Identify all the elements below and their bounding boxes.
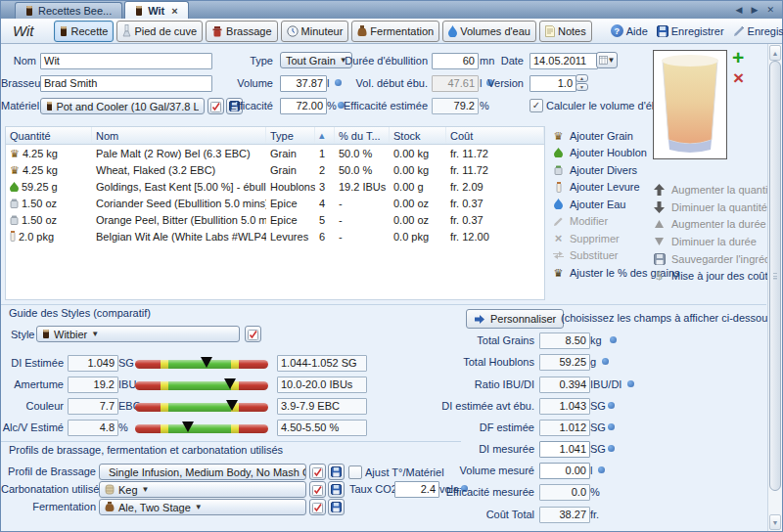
gauge-range: 1.044-1.052 SG: [277, 355, 367, 372]
type-select[interactable]: Tout Grain ▼: [280, 52, 352, 68]
page-title: Wit: [13, 22, 34, 39]
date-picker-button[interactable]: ▼: [596, 52, 618, 68]
save-icon: [657, 25, 668, 37]
clock-icon: [287, 25, 299, 37]
mise-a-jour-couts-button[interactable]: $Mise à jour des coûts: [653, 267, 782, 285]
info-dot-icon[interactable]: [610, 336, 617, 343]
personnaliser-button[interactable]: Personnaliser: [466, 309, 564, 329]
diminuer-quantite-button[interactable]: Diminuer la quantité: [653, 199, 782, 216]
ajust-materiel-checkbox[interactable]: [348, 466, 362, 479]
col-nom[interactable]: Nom: [92, 127, 266, 144]
vertical-scrollbar[interactable]: ▲ ▼: [767, 44, 782, 531]
table-row[interactable]: 1.50 oz Coriander Seed (Ebullition 5.0 m…: [6, 195, 544, 211]
efficacite-input[interactable]: 72.00: [280, 98, 327, 114]
fermentation-select[interactable]: Ale, Two Stage ▼: [99, 499, 306, 515]
table-row[interactable]: 2.0 pkg Belgian Wit Ale (White Labs #WLP…: [6, 228, 544, 244]
total-houblons-label: Total Houblons: [392, 356, 534, 368]
col-cout[interactable]: Coût: [446, 127, 544, 144]
table-row[interactable]: 59.25 g Goldings, East Kent [5.00 %] - é…: [6, 178, 544, 195]
col-quantite[interactable]: Quantité: [6, 127, 92, 144]
customize-arrow-icon: [474, 314, 485, 325]
view-brassage-button[interactable]: Brassage: [206, 21, 277, 42]
calc-volume-checkbox[interactable]: ✓: [530, 99, 543, 112]
col-pct[interactable]: % du T...: [335, 127, 390, 144]
info-dot-icon[interactable]: [608, 423, 615, 430]
ferm-save-button[interactable]: [328, 499, 345, 515]
tab-recettes[interactable]: Recettes Bee...: [15, 2, 122, 19]
nom-input[interactable]: Wit: [40, 53, 212, 69]
view-notes-button[interactable]: Notes: [539, 21, 592, 42]
ferm-check-button[interactable]: [309, 499, 326, 515]
view-recette-button[interactable]: Recette: [54, 21, 115, 42]
style-label: Style: [11, 329, 34, 340]
profil-brassage-select[interactable]: Single Infusion, Medium Body, No Mash Ou…: [99, 464, 306, 480]
col-sort-icon[interactable]: ▴: [315, 127, 335, 144]
beer-mug-icon: [135, 5, 144, 17]
check-edit-icon: [248, 329, 259, 340]
col-type[interactable]: Type: [266, 127, 315, 144]
hop-icon: [554, 148, 563, 157]
carbonatation-select[interactable]: Keg ▼: [99, 481, 306, 498]
spice-jar-icon: [554, 165, 563, 175]
table-row[interactable]: ♛4.25 kg Pale Malt (2 Row) Bel (6.3 EBC)…: [6, 145, 544, 161]
materiel-select[interactable]: Pot and Cooler (10 Gal/37.8 L) - All G: [40, 98, 205, 114]
style-check-button[interactable]: [245, 326, 261, 342]
volume-mesure-input[interactable]: 0.00: [539, 463, 590, 479]
scroll-up-icon[interactable]: ▲: [769, 45, 781, 61]
enregistrer-button[interactable]: Enregistrer: [654, 25, 727, 37]
col-stock[interactable]: Stock: [390, 127, 446, 144]
carb-save-button[interactable]: [328, 481, 345, 498]
view-minuteur-button[interactable]: Minuteur: [281, 21, 349, 42]
scroll-down-icon[interactable]: ▼: [769, 514, 781, 530]
stepper-up-icon[interactable]: ▲: [576, 74, 588, 82]
info-dot-icon[interactable]: [608, 445, 615, 452]
ajouter-houblon-button[interactable]: Ajouter Houblon: [552, 145, 680, 162]
style-select[interactable]: Witbier ▼: [36, 326, 240, 342]
aide-button[interactable]: ? Aide: [608, 24, 651, 37]
ajouter-divers-button[interactable]: Ajouter Divers: [552, 161, 680, 179]
date-input[interactable]: 14.05.2011: [530, 53, 598, 69]
view-fermentation-button[interactable]: Fermentation: [351, 21, 439, 42]
tab-close-icon[interactable]: ×: [171, 5, 177, 17]
nav-back-icon[interactable]: ◀: [736, 5, 743, 15]
note-icon: [545, 25, 555, 37]
info-dot-icon[interactable]: [608, 402, 615, 409]
mash-check-button[interactable]: [309, 464, 326, 480]
ingredients-table[interactable]: Quantité Nom Type ▴ % du T... Stock Coût…: [5, 126, 545, 300]
table-row[interactable]: ♛4.25 kg Wheat, Flaked (3.2 EBC)Grain2 5…: [6, 161, 544, 178]
remove-image-button[interactable]: ×: [733, 69, 744, 87]
duree-input[interactable]: 60: [432, 53, 479, 69]
materiel-check-button[interactable]: [207, 98, 224, 114]
stepper-down-icon[interactable]: ▼: [576, 83, 588, 91]
table-header[interactable]: Quantité Nom Type ▴ % du T... Stock Coût: [6, 127, 544, 145]
augmenter-duree-button[interactable]: Augmenter la durée: [653, 215, 782, 233]
enregistrer-sous-button[interactable]: Enregistrer sous: [730, 25, 783, 37]
diminuer-duree-button[interactable]: Diminuer la durée: [653, 233, 782, 250]
save-icon: [331, 466, 342, 477]
mash-save-button[interactable]: [328, 464, 345, 480]
brasseur-input[interactable]: Brad Smith: [40, 75, 212, 92]
di-mesuree-input[interactable]: 1.041: [539, 441, 590, 458]
ajouter-grain-button[interactable]: ♛Ajouter Grain: [552, 127, 680, 145]
scrollbar-thumb[interactable]: [769, 61, 781, 491]
view-volumes-eau-button[interactable]: Volumes d'eau: [442, 21, 536, 42]
info-dot-icon[interactable]: [602, 358, 609, 365]
beer-mug-icon: [42, 329, 50, 339]
tab-wit[interactable]: Wit ×: [124, 1, 188, 19]
volume-input[interactable]: 37.87: [280, 75, 327, 92]
add-image-button[interactable]: +: [732, 48, 744, 67]
info-dot-icon[interactable]: [335, 79, 342, 86]
view-pied-de-cuve-button[interactable]: Pied de cuve: [116, 21, 203, 42]
carb-check-button[interactable]: [309, 481, 326, 498]
augmenter-quantite-button[interactable]: Augmenter la quantité: [653, 181, 782, 199]
gauge-marker-icon: [224, 378, 236, 389]
info-dot-icon[interactable]: [598, 466, 605, 473]
version-stepper[interactable]: ▲ ▼: [576, 74, 588, 91]
info-dot-icon[interactable]: [627, 380, 634, 387]
version-input[interactable]: 1.0: [530, 75, 576, 92]
nav-close-icon[interactable]: ✕: [766, 5, 774, 15]
sauvegarder-ingredient-button[interactable]: Sauvegarder l'ingrédient: [653, 250, 782, 268]
nav-forward-icon[interactable]: ▶: [752, 5, 759, 15]
df-estimee-label: DF estimée: [392, 421, 534, 433]
table-row[interactable]: 1.50 oz Orange Peel, Bitter (Ebullition …: [6, 211, 544, 228]
